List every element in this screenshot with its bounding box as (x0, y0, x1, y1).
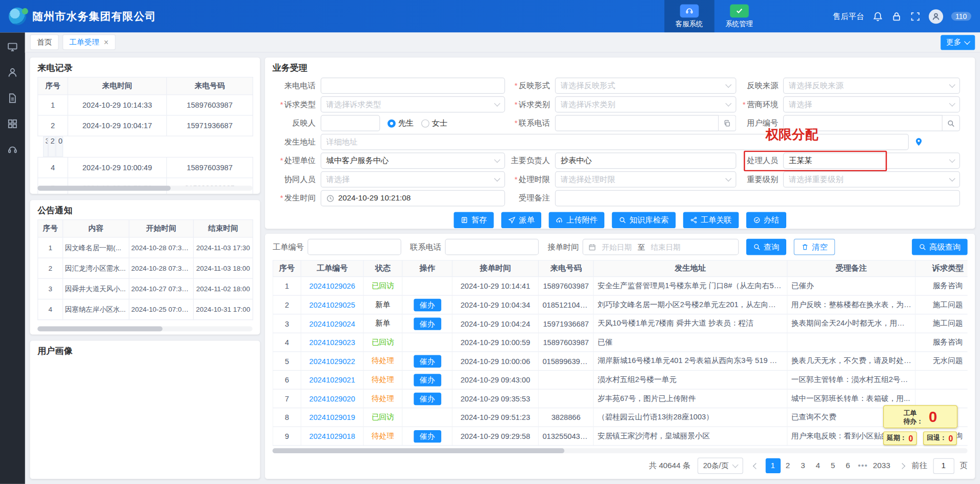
date-range-picker[interactable]: 开始日期 至 结束日期 (582, 239, 739, 255)
nav-customer-service-system[interactable]: 客服系统 (664, 0, 714, 32)
acceptance-remark-input[interactable] (555, 190, 960, 207)
bell-icon[interactable] (872, 11, 883, 22)
radio-mr[interactable]: 先生 (387, 118, 414, 129)
contact-phone-filter-input[interactable] (445, 239, 539, 255)
location-pin-icon[interactable] (914, 137, 924, 147)
table-row[interactable]: 1因文峰名居一期(...2024-10-28 07:30:002024-11-0… (38, 237, 253, 258)
table-row[interactable]: 42024-10-29 10:00:4915897603987 (38, 157, 253, 178)
close-icon[interactable]: × (104, 38, 108, 46)
order-number-link[interactable]: 20241029018 (309, 432, 355, 440)
temp-save-button[interactable]: 暂存 (454, 212, 494, 228)
prev-page-button[interactable] (750, 458, 762, 473)
upload-attachment-button[interactable]: 上传附件 (549, 212, 605, 228)
order-number-link[interactable]: 20241029024 (309, 319, 355, 328)
radio-ms[interactable]: 女士 (421, 118, 447, 129)
goto-page-input[interactable] (933, 458, 954, 473)
business-env-select[interactable]: 请选择 (783, 96, 960, 113)
reflect-source-select[interactable]: 请选择反映来源 (783, 77, 960, 94)
cell: 用户反映：整栋楼都在换水表，为什么她... (787, 295, 915, 314)
document-icon[interactable] (7, 92, 18, 104)
appeal-class-select[interactable]: 请选择诉求类别 (555, 96, 737, 113)
table-row[interactable]: 220241029025新单催办2024-10-29 10:04:3401851… (273, 295, 967, 314)
table-row[interactable]: 3因舜井大道天风小...2024-10-27 07:30:002024-11-0… (38, 278, 253, 299)
page-size-select[interactable]: 20条/页 (698, 458, 743, 474)
table-row[interactable]: 920241029018待处理催办2024-10-29 09:29:580132… (273, 427, 967, 446)
importance-select[interactable]: 请选择重要级别 (783, 171, 960, 188)
order-number-link[interactable]: 20241029020 (309, 394, 355, 403)
aftersales-platform-link[interactable]: 售后平台 (833, 11, 864, 22)
handle-unit-select[interactable]: 城中客户服务中心 (321, 153, 505, 169)
order-number-link[interactable]: 20241029023 (309, 338, 355, 347)
advanced-query-button[interactable]: 高级查询 (912, 239, 968, 255)
user-avatar[interactable] (929, 9, 943, 24)
urge-button[interactable]: 催办 (414, 430, 441, 442)
radio-dot (387, 119, 396, 127)
tab-work-order[interactable]: 工单受理 × (63, 34, 115, 50)
return-counter-box[interactable]: 回退： 0 (923, 431, 957, 445)
headset-icon[interactable] (7, 144, 18, 155)
fullscreen-icon[interactable] (910, 11, 921, 22)
table-row[interactable]: 12024-10-29 10:14:3315897603987 (38, 95, 253, 115)
table-row[interactable]: 120241029026已回访2024-10-29 10:14:41158976… (273, 277, 967, 296)
table-row[interactable]: 320241029024新单催办2024-10-29 10:04:2415971… (273, 314, 967, 333)
occur-time-picker[interactable]: 2024-10-29 10:21:08 (321, 190, 505, 207)
table-row[interactable]: 820241029019已回访2024-10-29 09:51:23382886… (273, 408, 967, 427)
tab-home[interactable]: 首页 (30, 34, 59, 50)
apps-grid-icon[interactable] (7, 118, 18, 129)
urge-button[interactable]: 催办 (414, 317, 441, 330)
more-button[interactable]: 更多 (941, 35, 975, 50)
user-icon[interactable] (7, 67, 18, 78)
order-number-link[interactable]: 20241029026 (309, 281, 355, 290)
dashboard-icon[interactable] (7, 41, 18, 52)
page-button[interactable]: 1 (765, 458, 780, 473)
table-row[interactable]: 420241029023已回访2024-10-29 10:00:59158976… (273, 333, 967, 352)
contact-phone-input[interactable] (555, 115, 719, 131)
page-button[interactable]: 3 (795, 458, 810, 473)
address-input[interactable] (321, 134, 909, 150)
page-button[interactable]: 2 (780, 458, 795, 473)
table-row[interactable]: 2因汇龙湾小区需水...2024-10-28 07:30:002024-11-0… (38, 258, 253, 278)
copy-icon[interactable] (719, 115, 736, 131)
page-button[interactable]: 5 (825, 458, 840, 473)
dispatch-button[interactable]: 派单 (501, 212, 541, 228)
delay-counter-box[interactable]: 延期： 0 (883, 431, 917, 445)
order-no-filter-input[interactable] (308, 239, 401, 255)
nav-system-management[interactable]: 系统管理 (714, 0, 764, 32)
table-row[interactable]: 520241029022待处理催办2024-10-29 10:00:060158… (273, 352, 967, 371)
page-button[interactable]: 6 (841, 458, 855, 473)
horizontal-scrollbar[interactable] (37, 327, 252, 332)
query-button[interactable]: 查询 (746, 239, 786, 255)
table-row[interactable]: 620241029021待处理催办2024-10-29 09:43:00涢水村五… (273, 370, 967, 389)
page-button[interactable]: 4 (810, 458, 825, 473)
table-row[interactable]: 32024-10-29 10:04:09018512104060 (38, 136, 68, 157)
clear-button[interactable]: 清空 (794, 239, 835, 255)
order-number-link[interactable]: 20241029025 (309, 300, 355, 309)
horizontal-scrollbar[interactable] (37, 186, 252, 191)
table-row[interactable]: 22024-10-29 10:04:1715971936687 (38, 115, 253, 136)
main-leader-input[interactable] (555, 153, 737, 169)
lock-icon[interactable] (891, 11, 902, 22)
reporter-input[interactable] (321, 115, 380, 131)
order-number-link[interactable]: 20241029021 (309, 375, 355, 384)
order-link-button[interactable]: 工单关联 (683, 212, 739, 228)
table-row[interactable]: 4因塞纳左岸小区水...2024-10-25 07:00:002024-10-3… (38, 299, 253, 319)
next-page-button[interactable] (896, 458, 908, 473)
order-number-link[interactable]: 20241029022 (309, 357, 355, 366)
search-icon[interactable] (943, 115, 960, 131)
order-number-link[interactable]: 20241029019 (309, 413, 355, 421)
todo-counter-box[interactable]: 工单待办： 0 (883, 405, 957, 428)
time-limit-select[interactable]: 请选择处理时限 (555, 171, 737, 188)
page-button[interactable]: 2033 (870, 458, 893, 473)
urge-button[interactable]: 催办 (414, 374, 441, 386)
reflect-form-select[interactable]: 请选择反映形式 (555, 77, 737, 94)
horizontal-scrollbar[interactable] (273, 448, 968, 453)
knowledge-search-button[interactable]: 知识库检索 (612, 212, 676, 228)
urge-button[interactable]: 催办 (414, 392, 441, 405)
appeal-type-select[interactable]: 请选择诉求类型 (321, 96, 505, 113)
table-row[interactable]: 720241029020待处理催办2024-10-29 09:35:53岁丰苑6… (273, 389, 967, 408)
urge-button[interactable]: 催办 (414, 355, 441, 367)
complete-button[interactable]: 办结 (746, 212, 786, 228)
co-worker-select[interactable]: 请选择 (321, 171, 505, 188)
urge-button[interactable]: 催办 (414, 298, 441, 311)
call-phone-input[interactable] (321, 77, 505, 94)
